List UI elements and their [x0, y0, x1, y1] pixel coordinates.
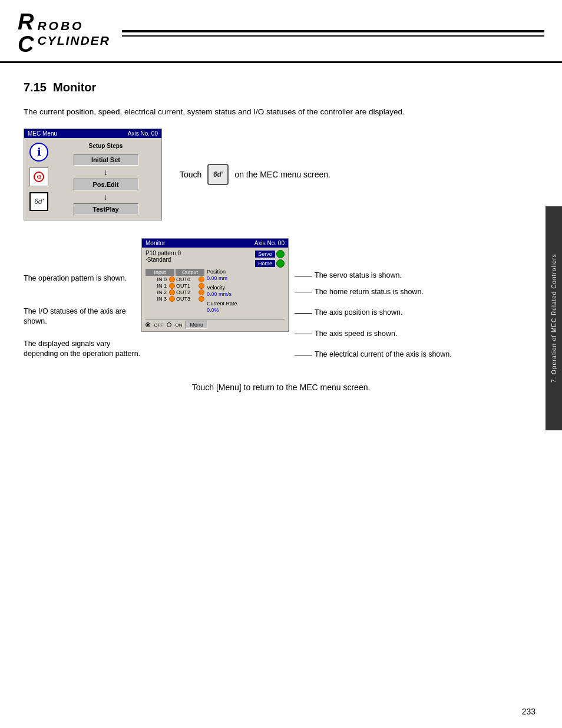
right-annotation-position: The axis position is shown. [295, 308, 538, 318]
monitor-pattern-row: P10 pattern 0 ·Standard Servo Home [146, 250, 285, 268]
monitor-titlebar: Monitor Axis No. 00 [142, 239, 288, 248]
out0-indicator [199, 276, 204, 282]
mec-menu-titlebar: MEC Menu Axis No. 00 [24, 129, 161, 138]
mec-menu-body: ℹ ⚙ 6d' Setup Steps Initial Set ↓ Pos.Ed… [24, 138, 161, 220]
right-annotation-speed: The axis speed is shown. [295, 329, 538, 340]
connector-position [295, 313, 312, 314]
annotation-displayed-signals: The displayed signals vary depending on … [24, 339, 141, 360]
bottom-diagram-area: The operation pattern is shown. The I/O … [24, 238, 538, 368]
touch-instruction: Touch 6d' on the MEC menu screen. [180, 129, 330, 185]
arrow-down-1: ↓ [104, 168, 108, 176]
left-annotations: The operation pattern is shown. The I/O … [24, 238, 141, 368]
monitor-pattern-left: P10 pattern 0 ·Standard [146, 250, 181, 263]
in0-indicator [169, 276, 175, 282]
servo-indicator [276, 250, 285, 258]
out2-indicator [199, 289, 204, 295]
io-row-3: IN 3 OUT3 [146, 296, 204, 302]
pos-edit-btn[interactable]: Pos.Edit [74, 179, 138, 190]
in3-indicator [169, 296, 175, 302]
header-line-thick [122, 30, 544, 32]
logo-r: R [18, 11, 34, 33]
logo: R C ROBO CYLINDER [18, 11, 110, 55]
home-indicator [276, 259, 285, 268]
test-play-btn[interactable]: TestPlay [74, 203, 138, 215]
out3-indicator [199, 296, 204, 302]
right-sidebar: 7. Operation of MEC Related Controllers [546, 206, 562, 430]
out1-indicator [199, 283, 204, 289]
in1-indicator [169, 283, 175, 289]
radio-group-on: ·ON [167, 322, 182, 328]
servo-button[interactable]: Servo [255, 250, 285, 258]
header-line-thin [122, 35, 544, 37]
top-diagram-area: MEC Menu Axis No. 00 ℹ ⚙ 6d' Setup Steps [24, 129, 538, 220]
monitor-wrapper: Monitor Axis No. 00 P10 pattern 0 ·Stand… [141, 238, 289, 332]
io-row-1: IN 1 OUT1 [146, 283, 204, 289]
io-table: Input Output IN 0 OUT0 [146, 269, 204, 317]
page-header: R C ROBO CYLINDER [0, 0, 562, 63]
radio-on[interactable] [167, 322, 171, 327]
menu-button[interactable]: Menu [186, 321, 207, 329]
connector-current [295, 355, 312, 355]
right-annotations: The servo status is shown. The home retu… [289, 238, 538, 360]
svg-text:⚙: ⚙ [37, 174, 42, 180]
mec-menu-screen: MEC Menu Axis No. 00 ℹ ⚙ 6d' Setup Steps [24, 129, 162, 220]
monitor-servo-buttons: Servo Home [255, 250, 285, 268]
monitor-body: P10 pattern 0 ·Standard Servo Home [142, 248, 288, 331]
io-row-2: IN 2 OUT2 [146, 289, 204, 295]
mec-menu-sidebar: ℹ ⚙ 6d' [28, 143, 50, 215]
radio-off[interactable] [146, 322, 150, 327]
brand-name: ROBO CYLINDER [37, 18, 110, 48]
initial-set-btn[interactable]: Initial Set [74, 154, 138, 166]
connector-home [295, 292, 312, 292]
right-annotation-home: The home return status is shown. [295, 287, 538, 298]
mec-menu-steps: Setup Steps Initial Set ↓ Pos.Edit ↓ Tes… [54, 143, 158, 215]
bottom-instruction: Touch [Menu] to return to the MEC menu s… [24, 383, 538, 392]
annotation-io-status: The I/O statuses of the axis are shown. [24, 307, 141, 327]
page-number: 233 [522, 707, 535, 716]
in2-indicator [169, 289, 175, 295]
section-description: The current position, speed, electrical … [24, 106, 538, 118]
right-annotation-current: The electrical current of the axis is sh… [295, 350, 538, 360]
arrow-down-2: ↓ [104, 193, 108, 201]
annotation-operation-pattern: The operation pattern is shown. [24, 274, 141, 284]
monitor-footer: ·OFF ·ON Menu [146, 319, 285, 329]
connector-speed [295, 334, 312, 334]
logo-c: C [18, 33, 34, 55]
io-position-row: Input Output IN 0 OUT0 [146, 269, 285, 317]
monitor-icon: 6d' [29, 192, 48, 211]
settings-icon: ⚙ [29, 167, 48, 186]
touch-icon: 6d' [207, 164, 229, 185]
header-lines [122, 30, 544, 37]
info-icon: ℹ [29, 143, 48, 162]
right-annotation-servo: The servo status is shown. [295, 271, 538, 281]
home-button[interactable]: Home [255, 259, 285, 268]
section-title: 7.15 Monitor [24, 81, 538, 94]
radio-group-off: ·OFF [146, 322, 163, 328]
main-content: 7.15 Monitor The current position, speed… [0, 63, 562, 410]
io-header-row: Input Output [146, 269, 204, 276]
io-row-0: IN 0 OUT0 [146, 276, 204, 282]
monitor-screen: Monitor Axis No. 00 P10 pattern 0 ·Stand… [141, 238, 289, 332]
position-info: Position 0.00 mm Velocity 0.00 mm/s Curr… [207, 269, 285, 317]
connector-servo [295, 276, 312, 276]
